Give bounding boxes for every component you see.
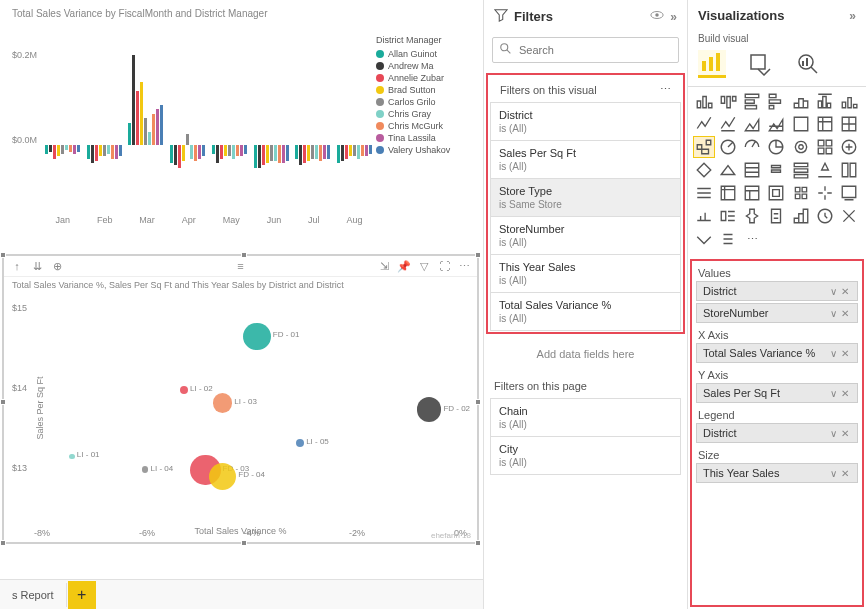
viz-type-icon[interactable]	[815, 183, 835, 203]
viz-type-icon[interactable]	[694, 114, 714, 134]
viz-type-icon[interactable]	[694, 160, 714, 180]
filter-card[interactable]: Chainis (All)	[490, 398, 681, 437]
more-visuals-icon[interactable]: ⋯	[742, 229, 762, 249]
field-pill[interactable]: StoreNumber∨✕	[696, 303, 858, 323]
viz-type-icon[interactable]	[839, 206, 859, 226]
more-icon[interactable]: ⋯	[457, 259, 471, 273]
bar-chart-visual[interactable]: Total Sales Variance by FiscalMonth and …	[0, 0, 483, 252]
viz-type-icon[interactable]	[815, 114, 835, 134]
legend-item[interactable]: Valery Ushakov	[376, 145, 471, 155]
filter-drop-zone[interactable]: Add data fields here	[484, 334, 687, 374]
filter-card[interactable]: StoreNumberis (All)	[490, 216, 681, 255]
viz-type-icon[interactable]	[694, 229, 714, 249]
viz-type-icon[interactable]	[839, 137, 859, 157]
viz-type-icon[interactable]	[718, 114, 738, 134]
viz-type-icon[interactable]	[742, 206, 762, 226]
scatter-chart-visual[interactable]: ↑ ⇊ ⊕ ≡ ⇲ 📌 ▽ ⛶ ⋯ Total Sales Variance %…	[2, 254, 479, 544]
legend-item[interactable]: Annelie Zubar	[376, 73, 471, 83]
viz-type-icon[interactable]	[742, 183, 762, 203]
viz-type-icon[interactable]	[694, 183, 714, 203]
field-pill[interactable]: Sales Per Sq Ft∨✕	[696, 383, 858, 403]
viz-type-icon[interactable]	[718, 137, 738, 157]
filter-card[interactable]: Cityis (All)	[490, 436, 681, 475]
viz-type-icon[interactable]	[718, 160, 738, 180]
viz-type-icon[interactable]	[766, 114, 786, 134]
format-visual-tab[interactable]	[746, 50, 774, 78]
add-page-button[interactable]: +	[68, 581, 96, 609]
legend-item[interactable]: Chris McGurk	[376, 121, 471, 131]
filter-card[interactable]: Total Sales Variance %is (All)	[490, 292, 681, 331]
remove-field-icon[interactable]: ✕	[839, 468, 851, 479]
search-box[interactable]	[492, 37, 679, 63]
viz-type-icon[interactable]	[815, 160, 835, 180]
viz-type-icon[interactable]	[839, 91, 859, 111]
scatter-point[interactable]	[213, 393, 232, 412]
filter-card[interactable]: Store Typeis Same Store	[490, 178, 681, 217]
viz-type-icon[interactable]	[791, 114, 811, 134]
legend-item[interactable]: Chris Gray	[376, 109, 471, 119]
viz-type-icon[interactable]	[791, 160, 811, 180]
viz-type-icon[interactable]	[694, 91, 714, 111]
grip-icon[interactable]: ≡	[234, 259, 248, 273]
scatter-point[interactable]	[209, 463, 237, 491]
viz-type-icon[interactable]	[791, 183, 811, 203]
viz-type-icon[interactable]	[742, 137, 762, 157]
viz-type-icon[interactable]	[766, 183, 786, 203]
viz-type-icon[interactable]	[815, 91, 835, 111]
more-icon[interactable]: ⋯	[660, 83, 671, 96]
viz-type-icon[interactable]	[766, 137, 786, 157]
remove-field-icon[interactable]: ✕	[839, 388, 851, 399]
viz-type-icon[interactable]	[791, 91, 811, 111]
legend-item[interactable]: Carlos Grilo	[376, 97, 471, 107]
viz-type-icon[interactable]	[766, 160, 786, 180]
build-visual-tab[interactable]	[698, 50, 726, 78]
collapse-icon[interactable]: »	[849, 9, 856, 23]
viz-type-icon[interactable]	[766, 91, 786, 111]
viz-type-icon[interactable]	[718, 91, 738, 111]
scatter-point[interactable]	[417, 397, 442, 422]
remove-field-icon[interactable]: ✕	[839, 348, 851, 359]
viz-type-icon[interactable]	[815, 137, 835, 157]
viz-type-icon[interactable]	[839, 160, 859, 180]
viz-type-icon[interactable]	[742, 160, 762, 180]
tab-report[interactable]: s Report	[0, 583, 67, 607]
chevron-down-icon[interactable]: ∨	[828, 428, 839, 439]
viz-type-icon[interactable]	[791, 137, 811, 157]
eye-icon[interactable]	[650, 8, 664, 25]
drill-up-icon[interactable]: ↑	[10, 259, 24, 273]
filter-card[interactable]: This Year Salesis (All)	[490, 254, 681, 293]
field-pill[interactable]: This Year Sales∨✕	[696, 463, 858, 483]
viz-type-icon[interactable]	[718, 206, 738, 226]
viz-type-icon[interactable]	[791, 206, 811, 226]
legend-item[interactable]: Andrew Ma	[376, 61, 471, 71]
viz-type-icon[interactable]	[718, 229, 738, 249]
remove-field-icon[interactable]: ✕	[839, 308, 851, 319]
chevron-down-icon[interactable]: ∨	[828, 308, 839, 319]
drill-down-icon[interactable]: ⇊	[30, 259, 44, 273]
scatter-point[interactable]	[142, 466, 149, 473]
pin-icon[interactable]: 📌	[397, 259, 411, 273]
scatter-point[interactable]	[69, 454, 75, 460]
filter-card[interactable]: Sales Per Sq Ftis (All)	[490, 140, 681, 179]
chevron-down-icon[interactable]: ∨	[828, 348, 839, 359]
viz-type-icon[interactable]	[694, 206, 714, 226]
viz-type-icon[interactable]	[742, 91, 762, 111]
chevron-down-icon[interactable]: ∨	[828, 468, 839, 479]
field-pill[interactable]: District∨✕	[696, 281, 858, 301]
search-input[interactable]	[519, 44, 672, 56]
chevron-down-icon[interactable]: ∨	[828, 388, 839, 399]
field-pill[interactable]: Total Sales Variance %∨✕	[696, 343, 858, 363]
scatter-point[interactable]	[243, 323, 271, 351]
filter-card[interactable]: Districtis (All)	[490, 102, 681, 141]
legend-item[interactable]: Brad Sutton	[376, 85, 471, 95]
legend-item[interactable]: Allan Guinot	[376, 49, 471, 59]
export-icon[interactable]: ⇲	[377, 259, 391, 273]
viz-type-icon[interactable]	[839, 183, 859, 203]
legend-item[interactable]: Tina Lassila	[376, 133, 471, 143]
scatter-point[interactable]	[180, 386, 188, 394]
focus-icon[interactable]: ⛶	[437, 259, 451, 273]
viz-type-icon[interactable]	[694, 137, 714, 157]
remove-field-icon[interactable]: ✕	[839, 428, 851, 439]
analytics-tab[interactable]	[794, 50, 822, 78]
viz-type-icon[interactable]	[839, 114, 859, 134]
